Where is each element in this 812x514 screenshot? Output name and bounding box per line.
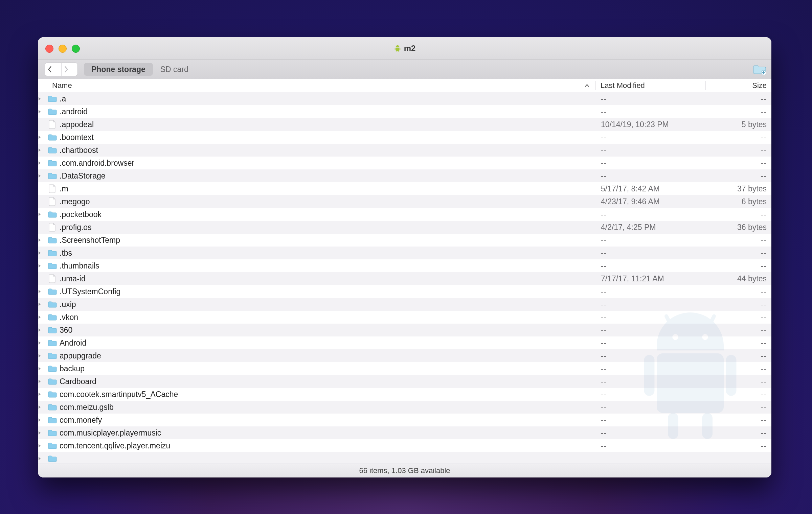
- maximize-button[interactable]: [72, 45, 80, 53]
- column-modified[interactable]: Last Modified: [595, 81, 705, 90]
- storage-tab-0[interactable]: Phone storage: [84, 63, 153, 76]
- disclosure-triangle-icon[interactable]: [38, 341, 47, 345]
- folder-icon: [47, 249, 58, 257]
- column-name-label: Name: [52, 81, 72, 90]
- file-row[interactable]: .boomtext----: [38, 131, 771, 144]
- disclosure-triangle-icon[interactable]: [38, 405, 47, 409]
- file-modified: --: [596, 441, 706, 450]
- file-list[interactable]: .a----.android----.appodeal10/14/19, 10:…: [38, 92, 771, 464]
- file-name: .chartboost: [58, 146, 596, 155]
- column-size-label: Size: [752, 81, 767, 90]
- disclosure-triangle-icon[interactable]: [38, 328, 47, 332]
- file-size: --: [706, 300, 771, 309]
- file-row[interactable]: .android----: [38, 105, 771, 118]
- disclosure-triangle-icon[interactable]: [38, 174, 47, 178]
- disclosure-triangle-icon[interactable]: [38, 161, 47, 165]
- file-row[interactable]: .megogo4/23/17, 9:46 AM6 bytes: [38, 195, 771, 208]
- disclosure-triangle-icon[interactable]: [38, 212, 47, 216]
- file-size: 37 bytes: [706, 184, 771, 193]
- file-size: --: [706, 416, 771, 425]
- file-row[interactable]: 360----: [38, 324, 771, 336]
- file-row[interactable]: com.musicplayer.playermusic----: [38, 426, 771, 439]
- file-modified: --: [596, 236, 706, 245]
- file-row[interactable]: .a----: [38, 92, 771, 105]
- column-name[interactable]: Name: [38, 81, 595, 90]
- window-title-text: m2: [404, 44, 416, 53]
- file-row[interactable]: com.cootek.smartinputv5_ACache----: [38, 388, 771, 401]
- toolbar: Phone storageSD card: [38, 60, 771, 79]
- file-size: --: [706, 390, 771, 399]
- file-row[interactable]: .ScreenshotTemp----: [38, 234, 771, 247]
- disclosure-triangle-icon[interactable]: [38, 379, 47, 383]
- file-modified: 10/14/19, 10:23 PM: [596, 120, 706, 129]
- file-row[interactable]: .com.android.browser----: [38, 157, 771, 169]
- file-row[interactable]: .profig.os4/2/17, 4:25 PM36 bytes: [38, 221, 771, 234]
- folder-icon: [47, 262, 58, 270]
- file-row[interactable]: .vkon----: [38, 311, 771, 324]
- file-row[interactable]: appupgrade----: [38, 349, 771, 362]
- desktop: m2 Phone storageSD card: [0, 0, 812, 514]
- forward-button[interactable]: [61, 63, 77, 76]
- file-row[interactable]: com.tencent.qqlive.player.meizu----: [38, 439, 771, 452]
- file-name: com.tencent.qqlive.player.meizu: [58, 441, 596, 450]
- disclosure-triangle-icon[interactable]: [38, 367, 47, 371]
- disclosure-triangle-icon[interactable]: [38, 444, 47, 448]
- disclosure-triangle-icon[interactable]: [38, 264, 47, 268]
- disclosure-triangle-icon[interactable]: [38, 148, 47, 152]
- column-size[interactable]: Size: [705, 81, 771, 90]
- file-size: --: [706, 441, 771, 450]
- disclosure-triangle-icon[interactable]: [38, 431, 47, 435]
- file-row[interactable]: backup----: [38, 362, 771, 375]
- file-row[interactable]: .appodeal10/14/19, 10:23 PM5 bytes: [38, 118, 771, 131]
- file-modified: --: [596, 210, 706, 219]
- minimize-button[interactable]: [59, 45, 67, 53]
- disclosure-triangle-icon[interactable]: [38, 302, 47, 306]
- file-row[interactable]: .uxip----: [38, 298, 771, 311]
- disclosure-triangle-icon[interactable]: [38, 110, 47, 114]
- disclosure-triangle-icon[interactable]: [38, 392, 47, 396]
- disclosure-triangle-icon[interactable]: [38, 251, 47, 255]
- file-name: .android: [58, 107, 596, 116]
- disclosure-triangle-icon[interactable]: [38, 135, 47, 139]
- file-row[interactable]: .uma-id7/17/17, 11:21 AM44 bytes: [38, 272, 771, 285]
- file-row[interactable]: Android----: [38, 336, 771, 349]
- file-row[interactable]: .thumbnails----: [38, 259, 771, 272]
- file-row[interactable]: com.monefy----: [38, 414, 771, 426]
- file-size: --: [706, 171, 771, 181]
- file-size: --: [706, 364, 771, 373]
- back-button[interactable]: [45, 63, 61, 76]
- file-modified: --: [596, 351, 706, 360]
- disclosure-triangle-icon[interactable]: [38, 238, 47, 242]
- disclosure-triangle-icon[interactable]: [38, 97, 47, 101]
- file-row[interactable]: .tbs----: [38, 247, 771, 259]
- file-row[interactable]: [38, 452, 771, 464]
- file-row[interactable]: .m5/17/17, 8:42 AM37 bytes: [38, 182, 771, 195]
- file-modified: --: [596, 338, 706, 348]
- window-controls: [45, 45, 80, 53]
- file-name: com.musicplayer.playermusic: [58, 428, 596, 438]
- file-row[interactable]: .pocketbook----: [38, 208, 771, 221]
- file-row[interactable]: com.meizu.gslb----: [38, 401, 771, 414]
- file-name: com.cootek.smartinputv5_ACache: [58, 390, 596, 399]
- file-size: --: [706, 249, 771, 258]
- disclosure-triangle-icon[interactable]: [38, 457, 47, 461]
- file-row[interactable]: .chartboost----: [38, 144, 771, 157]
- file-row[interactable]: .DataStorage----: [38, 169, 771, 182]
- storage-tab-1[interactable]: SD card: [153, 63, 196, 76]
- new-folder-button[interactable]: [752, 64, 767, 75]
- disclosure-triangle-icon[interactable]: [38, 315, 47, 319]
- file-size: --: [706, 146, 771, 155]
- file-name: com.meizu.gslb: [58, 403, 596, 412]
- folder-icon: [47, 211, 58, 218]
- file-row[interactable]: Cardboard----: [38, 375, 771, 388]
- disclosure-triangle-icon[interactable]: [38, 289, 47, 294]
- file-size: 44 bytes: [706, 274, 771, 283]
- file-size: --: [706, 107, 771, 116]
- file-browser-window: m2 Phone storageSD card: [38, 37, 771, 477]
- close-button[interactable]: [45, 45, 53, 53]
- folder-icon: [47, 95, 58, 102]
- file-row[interactable]: .UTSystemConfig----: [38, 285, 771, 298]
- disclosure-triangle-icon[interactable]: [38, 418, 47, 422]
- file-modified: --: [596, 171, 706, 181]
- disclosure-triangle-icon[interactable]: [38, 354, 47, 358]
